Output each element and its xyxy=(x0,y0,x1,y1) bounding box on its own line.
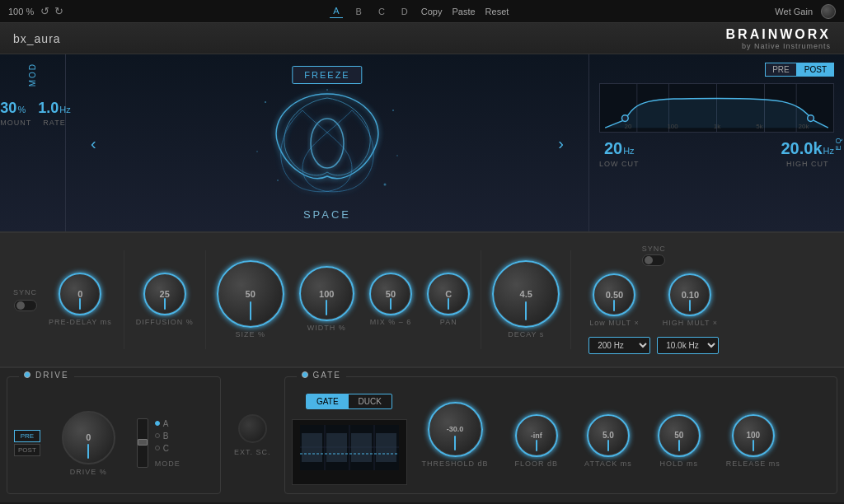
high-mult-group: 0.10 HIGH MULT × xyxy=(654,274,726,327)
drive-knob[interactable]: 0 xyxy=(62,411,115,464)
drive-title: DRIVE xyxy=(19,371,74,380)
decay-label: DECAY s xyxy=(508,330,544,338)
prev-preset-button[interactable]: ‹ xyxy=(91,133,96,152)
pre-delay-knob[interactable]: 0 xyxy=(59,273,101,315)
mode-c-label: C xyxy=(163,444,169,453)
undo-button[interactable]: ↺ xyxy=(40,5,49,17)
low-cut-value[interactable]: 20 xyxy=(604,139,622,158)
mode-b-label: B xyxy=(163,432,169,441)
preset-d-button[interactable]: D xyxy=(398,5,411,18)
svg-point-7 xyxy=(396,155,398,156)
top-section: MOD 30 % AMOUNT 1.0 Hz RATE xyxy=(0,54,844,233)
eq-graph[interactable]: 20 100 1k 5k 20k xyxy=(599,83,834,133)
width-group: 100 WIDTH % xyxy=(292,267,362,332)
preset-c-button[interactable]: C xyxy=(375,5,388,18)
pan-knob[interactable]: C xyxy=(428,273,469,315)
release-label: RELEASE ms xyxy=(726,460,781,468)
pre-button[interactable]: PRE xyxy=(765,63,797,77)
preset-a-button[interactable]: A xyxy=(330,4,342,18)
gate-button[interactable]: GATE xyxy=(307,394,348,408)
pre-delay-label: PRE-DELAY ms xyxy=(49,318,112,326)
attack-group: 5.0 ATTACK ms xyxy=(576,415,640,468)
mode-b-dot xyxy=(155,433,160,438)
mod-amount-value[interactable]: 30 xyxy=(0,100,16,117)
high-cut-group: 20.0k Hz HIGH CUT xyxy=(781,139,834,168)
hold-knob[interactable]: 50 xyxy=(659,415,700,456)
size-knob[interactable]: 50 xyxy=(218,261,284,327)
high-cut-label: HIGH CUT xyxy=(786,160,829,168)
drive-label: DRIVE % xyxy=(70,468,107,476)
sync-toggle-right[interactable] xyxy=(642,254,665,266)
release-knob[interactable]: 100 xyxy=(733,415,774,456)
drive-post-button[interactable]: POST xyxy=(14,444,40,456)
drive-title-label: DRIVE xyxy=(35,371,69,380)
gate-duck-toggle: GATE DUCK xyxy=(306,394,392,409)
mode-a[interactable]: A xyxy=(155,419,181,428)
low-cut-group: 20 Hz LOW CUT xyxy=(599,139,640,168)
wet-gain-knob[interactable] xyxy=(821,4,836,19)
paste-button[interactable]: Paste xyxy=(452,7,475,16)
eq-label: EQ xyxy=(834,136,842,150)
drive-fader[interactable] xyxy=(137,418,148,468)
floor-group: -inf FLOOR dB xyxy=(507,415,567,468)
brand-name-sub: by Native Instruments xyxy=(726,42,831,50)
ext-sc-knob[interactable] xyxy=(238,414,267,443)
zoom-label: 100 % xyxy=(8,7,34,16)
gate-panel: GATE GATE DUCK xyxy=(284,376,837,494)
mode-c-dot xyxy=(155,446,160,450)
mode-c[interactable]: C xyxy=(155,444,181,453)
release-group: 100 RELEASE ms xyxy=(718,415,789,468)
reset-button[interactable]: Reset xyxy=(485,7,509,16)
floor-knob[interactable]: -inf xyxy=(516,415,557,456)
high-freq-select[interactable]: 10.0k Hz xyxy=(657,337,719,354)
diffusion-group: 25 DIFFUSION % xyxy=(128,273,202,326)
next-preset-button[interactable]: › xyxy=(558,133,564,152)
cutoff-row: 20 Hz LOW CUT 20.0k Hz HIGH CUT xyxy=(599,139,834,168)
low-mult-label: Low MULT × xyxy=(589,319,639,327)
mod-amount-label: AMOUNT xyxy=(0,119,31,127)
duck-button[interactable]: DUCK xyxy=(349,394,392,408)
mix-knob[interactable]: 50 xyxy=(370,273,411,315)
center-area: FREEZE ‹ › xyxy=(66,54,588,231)
drive-dot xyxy=(24,371,30,378)
space-label: SPACE xyxy=(303,208,351,221)
mod-rate-value[interactable]: 1.0 xyxy=(38,100,59,117)
redo-button[interactable]: ↻ xyxy=(54,5,63,17)
pre-delay-group: 0 PRE-DELAY ms xyxy=(40,273,120,326)
ext-sc-label: EXT. SC. xyxy=(234,448,271,456)
mod-controls: 30 % AMOUNT 1.0 Hz RATE xyxy=(0,100,71,127)
low-mult-knob[interactable]: 0.50 xyxy=(593,274,635,315)
drive-value: 0 xyxy=(86,432,91,442)
decay-knob[interactable]: 4.5 xyxy=(493,261,559,327)
diffusion-label: DIFFUSION % xyxy=(136,318,194,326)
mix-group: 50 MIX % – 6 xyxy=(362,273,420,326)
mode-a-dot xyxy=(155,421,160,426)
gate-display xyxy=(292,419,407,485)
svg-point-13 xyxy=(621,115,628,122)
attack-knob[interactable]: 5.0 xyxy=(588,415,629,456)
copy-button[interactable]: Copy xyxy=(421,7,443,16)
sync-toggle-left[interactable] xyxy=(14,300,37,311)
mode-b[interactable]: B xyxy=(155,432,181,441)
threshold-label: THRESHOLD dB xyxy=(422,460,489,468)
sync-label-left: SYNC xyxy=(13,288,37,296)
drive-content: PRE POST 0 DRIVE % xyxy=(14,392,213,495)
eq-freq-100: 100 xyxy=(667,123,678,130)
eq-section: PRE POST 2 xyxy=(588,54,844,231)
low-cut-label: LOW CUT xyxy=(599,160,640,168)
drive-pre-button[interactable]: PRE xyxy=(14,430,40,442)
top-bar-left: 100 % ↺ ↻ xyxy=(8,5,63,17)
high-cut-value[interactable]: 20.0k xyxy=(781,139,822,158)
diffusion-knob[interactable]: 25 xyxy=(144,273,185,315)
drive-fader-thumb xyxy=(138,439,148,446)
post-button[interactable]: POST xyxy=(797,63,834,77)
pan-label: PAN xyxy=(440,318,457,326)
svg-point-2 xyxy=(392,110,394,111)
low-freq-select[interactable]: 200 Hz xyxy=(588,337,650,354)
hold-group: 50 HOLD ms xyxy=(650,415,708,468)
plugin-name: bx_aura xyxy=(13,32,61,45)
threshold-knob[interactable]: -30.0 xyxy=(429,403,482,456)
high-mult-knob[interactable]: 0.10 xyxy=(669,274,710,315)
preset-b-button[interactable]: B xyxy=(353,5,365,18)
width-knob[interactable]: 100 xyxy=(300,267,354,320)
